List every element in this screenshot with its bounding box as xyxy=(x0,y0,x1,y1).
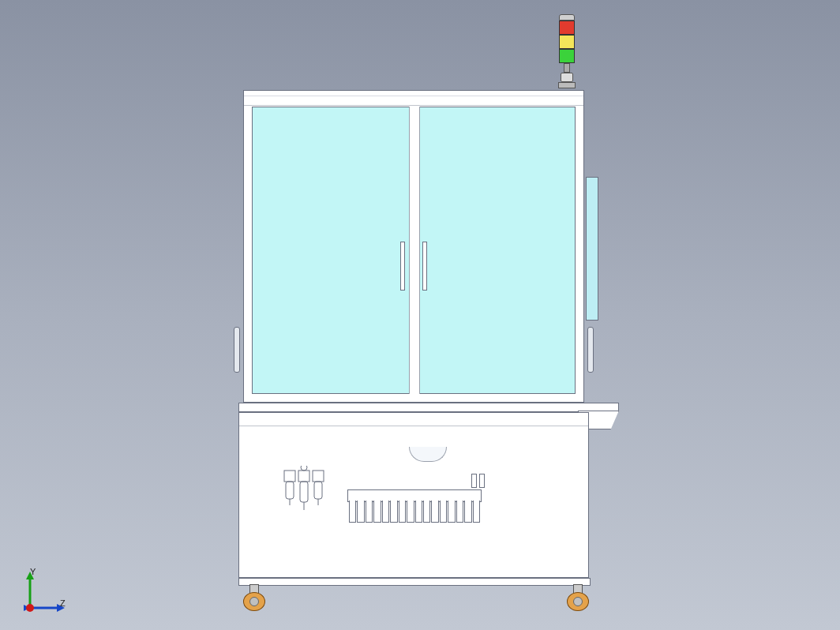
door-handle-left[interactable] xyxy=(400,242,405,291)
svg-rect-2 xyxy=(313,471,324,482)
foot-rail xyxy=(238,578,591,586)
manifold-valves xyxy=(349,501,480,523)
work-tray xyxy=(238,403,619,412)
signal-tower-base xyxy=(561,73,573,82)
door-handle-right[interactable] xyxy=(422,242,427,291)
svg-rect-5 xyxy=(300,482,308,502)
signal-tower xyxy=(557,14,576,88)
side-grab-handle-right[interactable] xyxy=(587,327,594,373)
cad-viewport[interactable]: Y Z xyxy=(0,0,840,630)
sliding-door-left[interactable] xyxy=(252,107,411,394)
axis-label-z: Z xyxy=(60,598,66,608)
manifold-pilot-stacks xyxy=(471,474,485,488)
signal-tower-cap xyxy=(559,14,575,21)
side-grab-handle-left[interactable] xyxy=(234,327,240,373)
signal-tower-mount xyxy=(558,82,576,88)
machine-enclosure xyxy=(243,90,584,606)
top-beam xyxy=(244,91,583,106)
door-area xyxy=(252,107,576,394)
sliding-door-right[interactable] xyxy=(417,107,576,394)
axis-label-y: Y xyxy=(30,567,36,576)
signal-tower-green xyxy=(559,49,575,63)
valve-manifold xyxy=(347,483,482,523)
svg-rect-6 xyxy=(314,482,322,499)
svg-rect-0 xyxy=(284,471,295,482)
view-triad: Y Z xyxy=(14,568,69,616)
caster-right xyxy=(564,584,591,611)
signal-tower-red xyxy=(559,21,575,35)
caster-left xyxy=(240,584,267,611)
signal-tower-yellow xyxy=(559,35,575,49)
svg-point-15 xyxy=(26,604,34,612)
svg-point-3 xyxy=(301,466,307,471)
signal-tower-pole xyxy=(564,63,570,73)
center-mullion xyxy=(409,107,420,394)
upper-enclosure xyxy=(243,90,584,403)
frl-unit xyxy=(279,466,335,521)
svg-rect-1 xyxy=(298,471,309,482)
svg-rect-4 xyxy=(286,482,294,499)
right-side-access-panel[interactable] xyxy=(586,177,598,321)
base-top-strip xyxy=(239,413,588,426)
